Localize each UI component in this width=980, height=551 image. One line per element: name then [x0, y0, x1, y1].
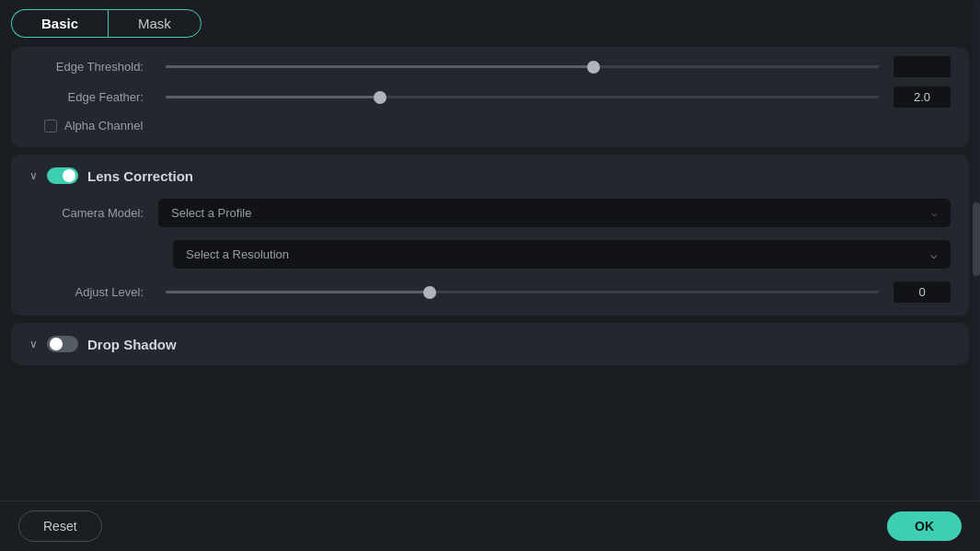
adjust-level-label: Adjust Level:	[29, 285, 158, 299]
alpha-channel-checkbox[interactable]	[44, 120, 57, 132]
drop-shadow-header: ∨ Drop Shadow	[29, 336, 951, 352]
camera-model-dropdown[interactable]: Select a Profile ⌵	[158, 199, 951, 227]
drop-shadow-toggle-knob	[50, 338, 63, 350]
bottom-bar: Reset OK	[0, 500, 980, 551]
resolution-dropdown[interactable]: Select a Resolution ⌵	[173, 240, 951, 269]
edge-feather-slider-track[interactable]	[166, 96, 879, 98]
scrollbar-thumb[interactable]	[973, 202, 980, 276]
lens-correction-title: Lens Correction	[87, 168, 193, 184]
reset-button[interactable]: Reset	[18, 511, 102, 542]
lens-correction-toggle[interactable]	[47, 167, 78, 184]
scrollbar-track	[973, 0, 980, 507]
main-content: Edge Threshold: Edge Feather: Alpha Chan…	[0, 47, 980, 365]
camera-model-value: Select a Profile	[171, 206, 251, 220]
tab-mask[interactable]: Mask	[108, 9, 202, 38]
edge-threshold-label: Edge Threshold:	[29, 60, 158, 74]
resolution-chevron-icon: ⌵	[930, 247, 938, 261]
ok-button[interactable]: OK	[887, 511, 962, 541]
tab-basic[interactable]: Basic	[11, 9, 108, 38]
edge-threshold-value[interactable]	[894, 56, 951, 77]
edge-feather-value[interactable]	[894, 86, 951, 108]
adjust-level-slider-track[interactable]	[166, 291, 879, 293]
adjust-level-value[interactable]	[894, 281, 951, 303]
drop-shadow-card: ∨ Drop Shadow	[11, 323, 969, 365]
edge-section-card: Edge Threshold: Edge Feather: Alpha Chan…	[11, 47, 969, 147]
tab-bar: Basic Mask	[0, 0, 980, 47]
camera-model-label: Camera Model:	[29, 206, 158, 220]
drop-shadow-title: Drop Shadow	[87, 337, 177, 352]
camera-model-row: Camera Model: Select a Profile ⌵	[29, 199, 951, 227]
lens-correction-card: ∨ Lens Correction Camera Model: Select a…	[11, 155, 969, 316]
resolution-row: Select a Resolution ⌵	[29, 240, 951, 269]
edge-feather-label: Edge Feather:	[29, 90, 158, 104]
alpha-channel-label: Alpha Channel	[64, 119, 143, 132]
drop-shadow-chevron[interactable]: ∨	[29, 338, 38, 350]
toggle-knob	[63, 169, 75, 182]
edge-feather-row: Edge Feather:	[29, 86, 951, 108]
edge-threshold-row: Edge Threshold:	[29, 56, 951, 77]
drop-shadow-toggle[interactable]	[47, 336, 78, 352]
lens-correction-header: ∨ Lens Correction	[29, 167, 951, 184]
resolution-value: Select a Resolution	[186, 247, 289, 261]
lens-correction-chevron[interactable]: ∨	[29, 169, 38, 182]
edge-threshold-slider-track[interactable]	[166, 65, 879, 68]
camera-model-chevron-icon: ⌵	[931, 207, 938, 219]
adjust-level-row: Adjust Level:	[29, 281, 951, 303]
alpha-channel-row: Alpha Channel	[29, 119, 951, 132]
